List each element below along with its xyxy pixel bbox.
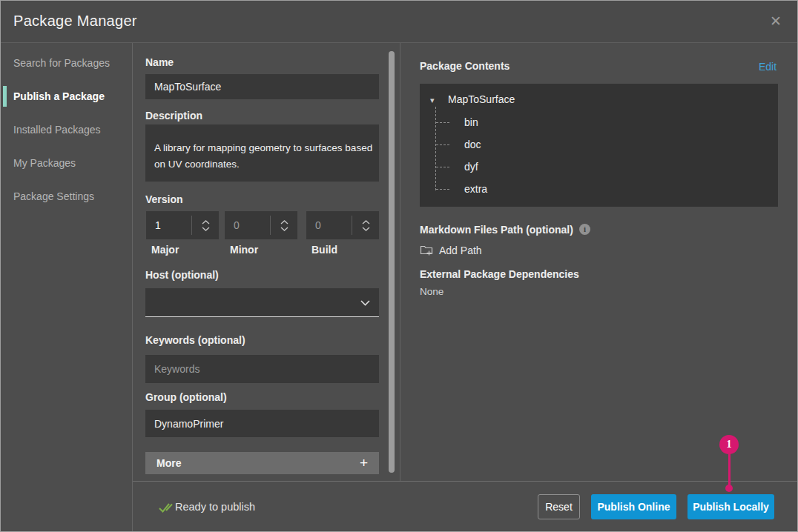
major-label: Major <box>151 244 179 256</box>
dialog-title: Package Manager <box>13 13 137 30</box>
sidebar-item-my-packages[interactable]: My Packages <box>1 153 133 173</box>
version-build-stepper[interactable]: 0 <box>306 211 379 239</box>
keywords-placeholder: Keywords <box>154 363 200 375</box>
keywords-input[interactable]: Keywords <box>145 355 379 383</box>
add-folder-icon[interactable] <box>420 244 433 256</box>
annotation-dot <box>725 485 733 492</box>
tree-connector-line <box>436 144 449 145</box>
info-icon[interactable]: i <box>579 224 590 235</box>
description-value: A library for mapping geometry to surfac… <box>154 142 372 170</box>
version-major-value: 1 <box>155 211 161 239</box>
chevron-up-icon <box>362 220 370 225</box>
chevron-down-icon <box>362 227 370 231</box>
close-icon[interactable]: ✕ <box>766 12 785 31</box>
build-label: Build <box>311 244 337 256</box>
status-text: Ready to publish <box>175 501 255 513</box>
more-button[interactable]: More + <box>145 452 379 474</box>
stepper-arrows <box>271 211 297 239</box>
publish-locally-label: Publish Locally <box>693 501 769 513</box>
tree-item-bin[interactable]: bin <box>464 116 478 128</box>
reset-button-label: Reset <box>545 501 573 513</box>
tree-connector-line <box>436 189 449 190</box>
sidebar-item-package-settings[interactable]: Package Settings <box>1 186 133 207</box>
description-label: Description <box>145 110 202 122</box>
description-input[interactable]: A library for mapping geometry to surfac… <box>145 124 379 182</box>
sidebar-item-label: My Packages <box>13 157 76 169</box>
host-dropdown[interactable] <box>145 288 379 317</box>
tree-collapse-icon[interactable]: ▾ <box>430 96 435 105</box>
name-value: MapToSurface <box>154 81 221 93</box>
plus-icon: + <box>360 455 368 471</box>
dependencies-label: External Package Dependencies <box>420 268 579 280</box>
chevron-down-icon <box>280 227 288 231</box>
edit-link[interactable]: Edit <box>759 61 776 73</box>
ready-check-icon <box>158 502 174 513</box>
chevron-down-icon <box>202 227 210 231</box>
tree-item-doc[interactable]: doc <box>464 139 481 150</box>
sidebar-item-publish-a-package[interactable]: Publish a Package <box>1 86 133 107</box>
group-input[interactable]: DynamoPrimer <box>145 410 379 437</box>
tree-connector-line <box>436 122 449 123</box>
group-value: DynamoPrimer <box>154 418 223 430</box>
add-path-button[interactable]: Add Path <box>439 245 482 256</box>
sidebar-item-label: Publish a Package <box>13 90 105 102</box>
dependencies-value: None <box>420 286 443 297</box>
chevron-down-icon <box>360 300 370 306</box>
stepper-arrows <box>192 211 219 239</box>
tree-connector-line <box>435 107 436 190</box>
minor-label: Minor <box>230 244 258 256</box>
group-label: Group (optional) <box>145 391 227 403</box>
tree-root-item[interactable]: MapToSurface <box>448 93 515 105</box>
publish-online-label: Publish Online <box>597 501 670 513</box>
annotation-step-badge: 1 <box>719 435 739 454</box>
version-build-value: 0 <box>315 211 321 239</box>
name-input[interactable]: MapToSurface <box>145 74 379 99</box>
keywords-label: Keywords (optional) <box>145 334 245 346</box>
footer-divider <box>133 481 798 482</box>
package-contents-title: Package Contents <box>420 60 510 72</box>
sidebar: Search for Packages Publish a Package In… <box>1 43 133 532</box>
publish-online-button[interactable]: Publish Online <box>591 494 676 519</box>
tree-item-dyf[interactable]: dyf <box>464 161 478 173</box>
stepper-arrows <box>352 211 379 239</box>
tree-item-extra[interactable]: extra <box>464 183 487 195</box>
more-button-label: More <box>156 457 181 469</box>
sidebar-item-label: Search for Packages <box>13 57 110 69</box>
markdown-path-label: Markdown Files Path (optional) <box>420 224 573 236</box>
annotation-line <box>728 453 731 486</box>
sidebar-item-label: Installed Packages <box>13 124 101 136</box>
package-manager-dialog: Package Manager ✕ Search for Packages Pu… <box>0 0 798 532</box>
publish-locally-button[interactable]: Publish Locally <box>687 494 774 519</box>
chevron-up-icon <box>280 220 288 225</box>
sidebar-item-installed-packages[interactable]: Installed Packages <box>1 119 133 140</box>
title-bar: Package Manager ✕ <box>1 1 797 43</box>
version-label: Version <box>145 193 183 205</box>
sidebar-item-label: Package Settings <box>13 190 94 202</box>
version-minor-stepper[interactable]: 0 <box>225 211 297 239</box>
host-label: Host (optional) <box>145 269 219 281</box>
name-label: Name <box>145 56 174 68</box>
version-major-stepper[interactable]: 1 <box>146 211 219 239</box>
version-minor-value: 0 <box>234 211 240 239</box>
sidebar-item-search-for-packages[interactable]: Search for Packages <box>1 53 133 73</box>
package-contents-tree: ▾ MapToSurface bin doc dyf extra <box>420 84 778 207</box>
chevron-up-icon <box>202 220 210 225</box>
reset-button[interactable]: Reset <box>538 494 580 519</box>
tree-connector-line <box>436 167 449 167</box>
panel-divider <box>400 43 400 481</box>
form-scrollbar[interactable] <box>389 51 395 473</box>
